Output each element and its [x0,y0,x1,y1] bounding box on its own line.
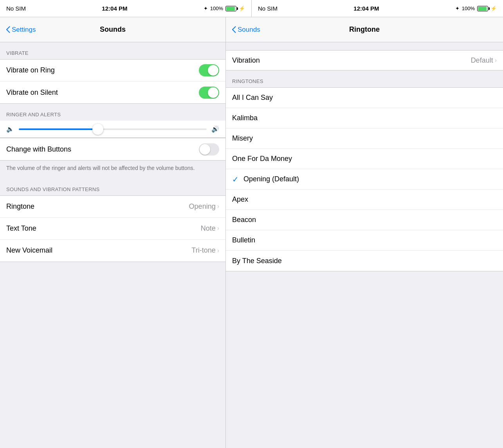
vibrate-group: Vibrate on Ring Vibrate on Silent [0,59,225,104]
sounds-back-button[interactable]: Sounds [232,26,260,34]
status-bar-right: No SIM 12:04 PM ✦ 100% ⚡ [251,0,503,17]
change-buttons-group: Change with Buttons [0,138,225,161]
text-tone-label: Text Tone [6,224,36,233]
ringtone-title: Ringtone [349,25,380,34]
slider-thumb[interactable] [92,124,103,135]
ringtone-row[interactable]: Ringtone Opening › [0,196,225,218]
ringtones-header: RINGTONES [226,70,503,87]
time-right: 12:04 PM [353,5,379,12]
bluetooth-icon-left: ✦ [204,5,208,11]
status-bar-left: No SIM 12:04 PM ✦ 100% ⚡ [0,0,251,17]
sounds-navbar: Settings Sounds [0,17,225,42]
status-icons-right: ✦ 100% ⚡ [455,5,497,11]
ringtone-value: Opening › [189,202,219,211]
status-bar: No SIM 12:04 PM ✦ 100% ⚡ No SIM 12:04 PM… [0,0,503,17]
ringtone-label: Ringtone [6,202,34,211]
vibration-row[interactable]: Vibration Default › [226,50,503,70]
ringtone-panel: Sounds Ringtone Vibration Default › RING… [226,17,503,448]
vibrate-on-silent-row: Vibrate on Silent [0,81,225,103]
ringtone-name-2: Misery [232,134,497,143]
main-content: Settings Sounds VIBRATE Vibrate on Ring … [0,17,503,448]
ringer-info-text: The volume of the ringer and alerts will… [0,161,225,179]
sounds-patterns-group: Ringtone Opening › Text Tone Note › New … [0,195,225,262]
slider-fill [19,128,98,130]
toggle-knob-3 [200,144,210,155]
status-icons-left: ✦ 100% ⚡ [204,5,245,11]
ringtone-item-6[interactable]: Beacon [226,210,503,230]
vibrate-on-silent-label: Vibrate on Silent [6,89,58,97]
vibrate-on-silent-toggle[interactable] [199,87,219,99]
carrier-left: No SIM [6,5,26,12]
ringtone-item-0[interactable]: All I Can Say [226,88,503,108]
ringtone-navbar: Sounds Ringtone [226,17,503,42]
ringtone-name-0: All I Can Say [232,94,497,102]
battery-icon-right [477,6,488,11]
text-tone-current: Note [201,224,216,233]
selected-checkmark: ✓ [232,175,239,184]
new-voicemail-label: New Voicemail [6,246,52,255]
volume-low-icon: 🔈 [6,125,14,133]
vibration-current: Default [471,56,493,65]
change-with-buttons-toggle[interactable] [199,143,219,155]
new-voicemail-value: Tri-tone › [191,246,219,255]
ringtone-name-7: Bulletin [232,236,497,244]
vibrate-on-ring-label: Vibrate on Ring [6,66,55,74]
new-voicemail-row[interactable]: New Voicemail Tri-tone › [0,240,225,262]
ringer-alerts-header: RINGER AND ALERTS [0,104,225,121]
ringtone-item-3[interactable]: One For Da Money [226,149,503,169]
vibrate-on-ring-row: Vibrate on Ring [0,60,225,81]
text-tone-chevron: › [217,225,219,232]
ringtone-item-2[interactable]: Misery [226,128,503,149]
ringtones-list: All I Can Say Kalimba Misery One For Da … [226,87,503,271]
sounds-panel: Settings Sounds VIBRATE Vibrate on Ring … [0,17,226,448]
change-with-buttons-row: Change with Buttons [0,138,225,160]
ringtone-current: Opening [189,202,216,211]
ringtone-item-1[interactable]: Kalimba [226,108,503,128]
vibrate-on-ring-toggle[interactable] [199,64,219,76]
volume-high-icon: 🔊 [211,125,219,133]
sounds-back-label: Sounds [238,26,260,34]
ringtone-name-6: Beacon [232,216,497,224]
vibrate-header: VIBRATE [0,42,225,59]
ringtone-chevron: › [217,203,219,210]
settings-back-label: Settings [12,26,36,34]
ringtone-item-7[interactable]: Bulletin [226,230,503,251]
vibration-chevron: › [495,57,497,64]
battery-percent-left: 100% [210,5,223,11]
carrier-right: No SIM [258,5,278,12]
ringtone-name-1: Kalimba [232,114,497,122]
ringtone-name-3: One For Da Money [232,155,497,163]
ringtone-name-4: Opening (Default) [243,175,497,183]
spacer-1 [226,42,503,50]
vibration-label: Vibration [232,56,260,65]
sounds-patterns-header: SOUNDS AND VIBRATION PATTERNS [0,179,225,195]
charging-icon-left: ⚡ [239,5,245,11]
change-with-buttons-label: Change with Buttons [6,145,71,154]
time-left: 12:04 PM [102,5,127,12]
toggle-knob [208,65,218,76]
battery-percent-right: 100% [462,5,475,11]
charging-icon-right: ⚡ [490,5,497,11]
ringtone-item-8[interactable]: By The Seaside [226,251,503,271]
sounds-title: Sounds [100,25,126,34]
ringtone-item-5[interactable]: Apex [226,190,503,210]
new-voicemail-chevron: › [217,247,219,254]
bluetooth-icon-right: ✦ [455,5,460,11]
ringtone-item-4[interactable]: ✓ Opening (Default) [226,169,503,190]
settings-back-button[interactable]: Settings [6,26,36,34]
vibration-value: Default › [471,56,497,65]
ringtone-name-8: By The Seaside [232,257,497,265]
new-voicemail-current: Tri-tone [191,246,215,255]
ringtone-name-5: Apex [232,195,497,204]
text-tone-row[interactable]: Text Tone Note › [0,218,225,240]
volume-slider[interactable] [19,128,207,130]
volume-slider-row: 🔈 🔊 [0,121,225,138]
toggle-knob-2 [208,87,218,98]
battery-icon-left [225,6,236,11]
text-tone-value: Note › [201,224,219,233]
